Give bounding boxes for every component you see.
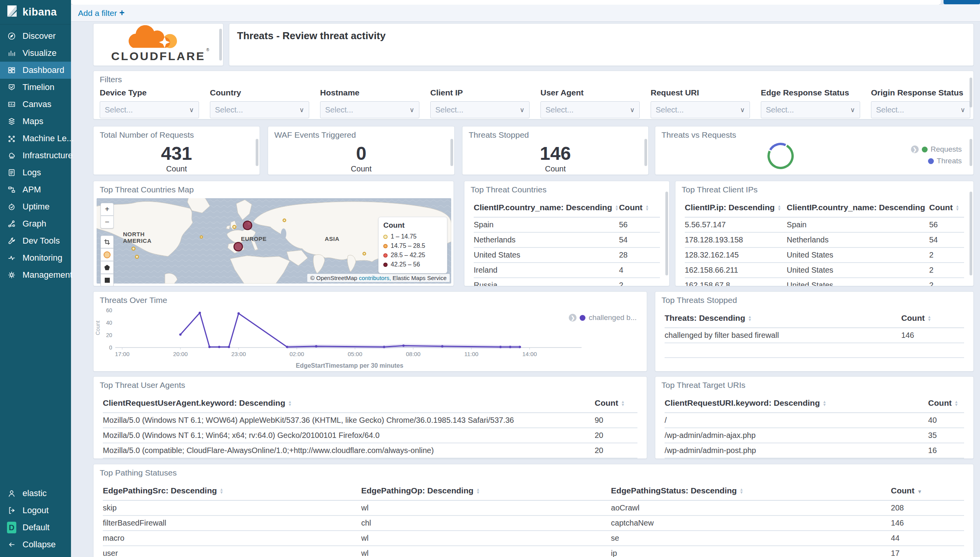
table-cell[interactable] [901,343,964,358]
table-cell[interactable]: se [611,531,891,546]
table-cell[interactable]: 54 [619,232,660,247]
table-cell[interactable]: United States [787,263,929,278]
table-cell[interactable]: 17 [891,546,964,557]
line-chart[interactable]: Count020406017:0020:0023:0002:0005:0008:… [93,302,647,372]
scrollbar[interactable] [970,78,972,107]
table-cell[interactable] [665,343,901,358]
table-cell[interactable]: user [103,546,361,557]
sidebar-item[interactable]: Management [0,266,71,284]
table-cell[interactable]: 20 [595,443,637,458]
map-bubble[interactable] [363,253,366,255]
table-cell[interactable]: 56 [929,217,964,232]
table-cell[interactable]: 54 [929,232,964,247]
column-header[interactable]: Count▲▼ [901,310,964,328]
filter-select[interactable]: Select... ∨ [210,101,309,118]
sidebar-item[interactable]: Canvas [0,96,71,113]
sidebar-item[interactable]: Timelion [0,79,71,96]
sort-icon[interactable]: ▲▼ [288,400,292,407]
table-cell[interactable]: /wp-admin/admin-ajax.php?action=update-z… [665,458,928,459]
sort-icon[interactable]: ▲▼ [615,205,619,211]
table-cell[interactable]: Mozilla/5.0 (Windows NT 6.1; WOW64) Appl… [103,413,595,428]
table-cell[interactable]: 146 [891,515,964,531]
table-cell[interactable]: 2 [929,247,964,263]
column-header[interactable]: EdgePathingSrc: Descending▲▼ [103,482,361,500]
legend-row[interactable]: ❯ Requests [911,144,962,155]
filter-select[interactable]: Select... ∨ [320,101,419,118]
sidebar-footer-item[interactable]: Logout [0,502,71,519]
sort-icon[interactable]: ▲▼ [956,205,959,211]
polygon-tool-button[interactable] [100,261,114,274]
table-cell[interactable]: United States [474,247,619,263]
table-cell[interactable]: Mozilla/5.0 (compatible; CloudFlare-Alwa… [103,443,595,458]
column-header[interactable]: Count▼ [891,482,964,500]
rectangle-tool-button[interactable] [100,274,114,286]
table-cell[interactable]: United States [787,247,929,263]
filter-select[interactable]: Select... ∨ [540,101,640,118]
column-header[interactable]: ClientRequestURI.keyword: Descending▲▼ [665,394,928,413]
table-cell[interactable]: /wp-admin/admin-post.php [665,443,928,458]
sort-icon[interactable]: ▲▼ [621,400,625,407]
table-cell[interactable]: 6 [928,458,964,459]
sidebar-item[interactable]: Uptime [0,198,71,215]
table-cell[interactable]: 90 [595,413,637,428]
add-filter-link[interactable]: Add a filter+ [78,8,125,18]
column-header[interactable]: ClientRequestUserAgent.keyword: Descendi… [103,394,595,413]
sort-icon[interactable]: ▲▼ [954,400,958,407]
sidebar-footer-item[interactable]: Collapse [0,536,71,553]
table-cell[interactable]: 44 [891,531,964,546]
table-cell[interactable]: Ireland [474,263,619,278]
legend-label[interactable]: Requests [931,145,962,154]
sidebar-footer-item[interactable]: elastic [0,485,71,502]
table-cell[interactable] [901,358,964,372]
table-cell[interactable]: macro [103,531,361,546]
scrollbar[interactable] [450,139,453,166]
filter-select[interactable]: Select... ∨ [430,101,530,118]
table-cell[interactable]: 162.158.67.8 [685,278,787,286]
sort-icon[interactable]: ▲▼ [220,488,223,494]
table-cell[interactable]: Netherlands [787,232,929,247]
chevron-right-icon[interactable]: ❯ [911,145,919,153]
column-header[interactable]: Threats: Descending▲▼ [665,310,901,328]
column-header[interactable]: Count▲▼ [595,394,637,413]
table-cell[interactable]: wl [361,500,611,515]
table-cell[interactable] [665,358,901,372]
table-cell[interactable]: 146 [901,328,964,343]
column-header[interactable]: EdgePathingOp: Descending▲▼ [361,482,611,500]
line-chart-legend[interactable]: ❯ challenged b... [569,312,637,323]
column-header[interactable]: ClientIP.country_name: Descending▲▼ [474,199,619,217]
column-header[interactable]: Count▲▼ [619,199,660,217]
legend-label[interactable]: Threats [937,157,962,165]
map-bubble[interactable] [234,242,242,251]
table-cell[interactable]: Spain [474,217,619,232]
table-cell[interactable]: Russia [474,278,619,286]
sort-icon[interactable]: ▲▼ [739,488,743,494]
update-button-clipped[interactable] [944,0,980,4]
sidebar-item[interactable]: Machine Le... [0,130,71,147]
circle-tool-button[interactable] [100,248,114,261]
sidebar-item[interactable]: Discover [0,28,71,45]
sort-icon[interactable]: ▲▼ [777,205,781,211]
table-cell[interactable]: Netherlands [474,232,619,247]
table-cell[interactable]: 28 [619,247,660,263]
zoom-in-button[interactable]: + [100,203,114,216]
map-bubble[interactable] [233,225,236,228]
table-cell[interactable]: 4 [619,263,660,278]
table-cell[interactable]: wl [361,546,611,557]
table-cell[interactable]: 208 [891,500,964,515]
sidebar-item[interactable]: Dev Tools [0,232,71,249]
donut-chart[interactable] [766,141,795,171]
zoom-out-button[interactable]: − [100,216,114,228]
map-bubble[interactable] [283,219,286,222]
column-header[interactable]: ClientIP.ip: Descending▲▼ [685,199,787,217]
sort-icon[interactable]: ▲▼ [928,315,932,322]
table-cell[interactable]: ip [611,546,891,557]
table-cell[interactable]: 20 [595,428,637,443]
sort-icon[interactable]: ▲▼ [822,400,826,407]
map-bubble[interactable] [135,255,139,258]
table-cell[interactable]: 2 [929,278,964,286]
sidebar-item[interactable]: APM [0,181,71,198]
column-header[interactable]: ClientIP.country_name: Descending▲▼ [787,199,929,217]
table-cell[interactable]: wl [361,531,611,546]
table-cell[interactable]: 2 [929,263,964,278]
world-map[interactable]: NORTH AMERICA EUROPE ASIA © OpenStreetMa… [97,198,451,284]
